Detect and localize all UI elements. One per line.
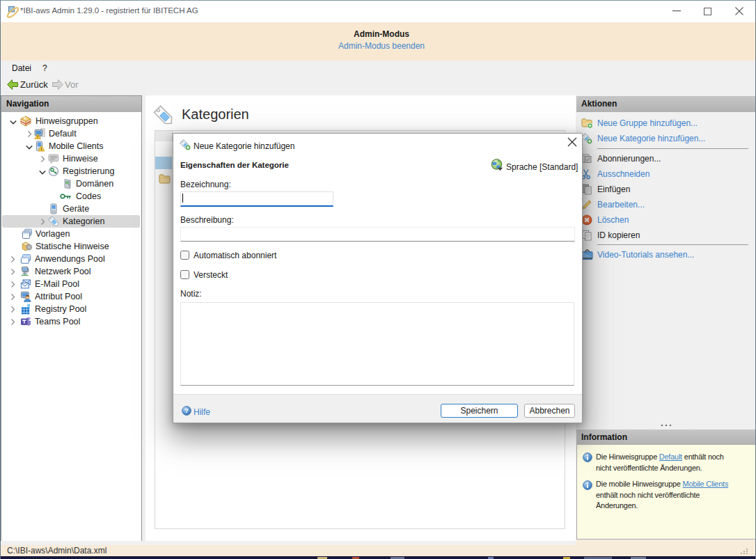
svg-text:?: ? [184,407,189,414]
